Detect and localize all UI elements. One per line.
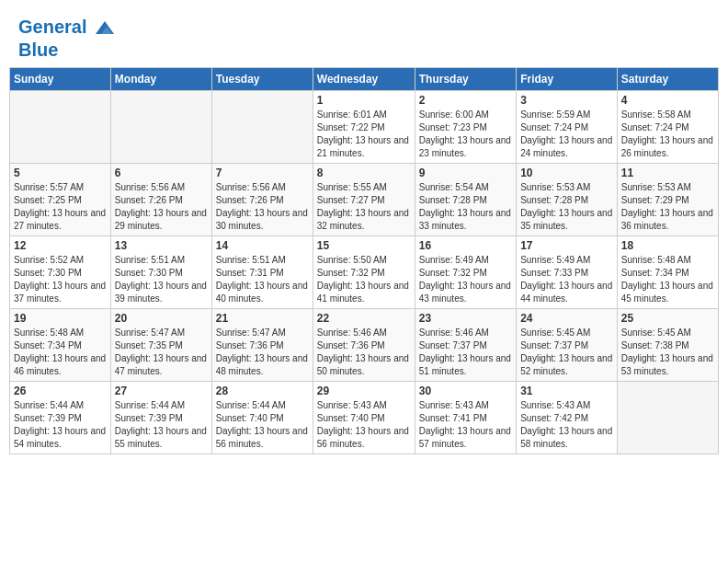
day-number: 30 <box>419 385 512 397</box>
calendar-cell: 14Sunrise: 5:51 AM Sunset: 7:31 PM Dayli… <box>211 236 313 308</box>
calendar-cell: 11Sunrise: 5:53 AM Sunset: 7:29 PM Dayli… <box>617 163 718 236</box>
day-info: Sunrise: 5:49 AM Sunset: 7:32 PM Dayligh… <box>419 254 512 305</box>
page-header: General Blue <box>9 9 719 63</box>
day-number: 5 <box>14 167 107 179</box>
weekday-header-wednesday: Wednesday <box>313 67 415 90</box>
calendar-cell: 1Sunrise: 6:01 AM Sunset: 7:22 PM Daylig… <box>313 90 415 163</box>
day-info: Sunrise: 5:45 AM Sunset: 7:37 PM Dayligh… <box>520 327 613 378</box>
calendar-cell: 23Sunrise: 5:46 AM Sunset: 7:37 PM Dayli… <box>415 308 516 381</box>
logo-text: General <box>18 17 116 40</box>
logo: General Blue <box>18 17 116 60</box>
day-info: Sunrise: 5:50 AM Sunset: 7:32 PM Dayligh… <box>317 254 411 305</box>
calendar-cell: 2Sunrise: 6:00 AM Sunset: 7:23 PM Daylig… <box>415 90 516 163</box>
day-number: 31 <box>520 385 613 397</box>
calendar-cell: 28Sunrise: 5:44 AM Sunset: 7:40 PM Dayli… <box>211 381 313 454</box>
day-number: 3 <box>520 94 613 107</box>
day-number: 6 <box>115 167 208 179</box>
day-info: Sunrise: 5:51 AM Sunset: 7:30 PM Dayligh… <box>115 254 208 305</box>
calendar-cell: 8Sunrise: 5:55 AM Sunset: 7:27 PM Daylig… <box>313 163 415 236</box>
day-number: 4 <box>621 94 714 107</box>
day-info: Sunrise: 5:43 AM Sunset: 7:40 PM Dayligh… <box>317 399 411 451</box>
weekday-header-thursday: Thursday <box>415 67 516 90</box>
calendar-cell: 9Sunrise: 5:54 AM Sunset: 7:28 PM Daylig… <box>415 163 516 236</box>
day-info: Sunrise: 5:44 AM Sunset: 7:39 PM Dayligh… <box>14 399 107 451</box>
day-number: 29 <box>317 385 411 397</box>
day-info: Sunrise: 5:44 AM Sunset: 7:39 PM Dayligh… <box>115 399 208 451</box>
calendar-cell: 13Sunrise: 5:51 AM Sunset: 7:30 PM Dayli… <box>110 236 211 308</box>
calendar-cell: 6Sunrise: 5:56 AM Sunset: 7:26 PM Daylig… <box>110 163 211 236</box>
calendar-cell: 10Sunrise: 5:53 AM Sunset: 7:28 PM Dayli… <box>517 163 618 236</box>
day-number: 19 <box>14 312 107 325</box>
day-number: 27 <box>115 385 208 397</box>
day-info: Sunrise: 5:44 AM Sunset: 7:40 PM Dayligh… <box>216 399 309 451</box>
day-number: 25 <box>621 312 714 325</box>
calendar-cell: 3Sunrise: 5:59 AM Sunset: 7:24 PM Daylig… <box>517 90 618 163</box>
weekday-header-tuesday: Tuesday <box>211 67 313 90</box>
day-number: 8 <box>317 167 411 179</box>
weekday-header-sunday: Sunday <box>10 67 111 90</box>
calendar-week-3: 12Sunrise: 5:52 AM Sunset: 7:30 PM Dayli… <box>10 236 719 308</box>
day-info: Sunrise: 5:45 AM Sunset: 7:38 PM Dayligh… <box>621 327 714 378</box>
day-number: 26 <box>14 385 107 397</box>
day-number: 11 <box>621 167 714 179</box>
day-number: 2 <box>419 94 512 107</box>
day-info: Sunrise: 5:53 AM Sunset: 7:29 PM Dayligh… <box>621 181 714 233</box>
day-info: Sunrise: 5:43 AM Sunset: 7:41 PM Dayligh… <box>419 399 512 451</box>
day-number: 9 <box>419 167 512 179</box>
calendar-cell: 16Sunrise: 5:49 AM Sunset: 7:32 PM Dayli… <box>415 236 516 308</box>
calendar-cell <box>10 90 111 163</box>
day-number: 12 <box>14 239 107 252</box>
day-number: 17 <box>520 239 613 252</box>
calendar-cell <box>617 381 718 454</box>
day-number: 24 <box>520 312 613 325</box>
day-info: Sunrise: 5:48 AM Sunset: 7:34 PM Dayligh… <box>14 327 107 378</box>
calendar-cell: 25Sunrise: 5:45 AM Sunset: 7:38 PM Dayli… <box>617 308 718 381</box>
calendar-cell: 22Sunrise: 5:46 AM Sunset: 7:36 PM Dayli… <box>313 308 415 381</box>
calendar-cell: 30Sunrise: 5:43 AM Sunset: 7:41 PM Dayli… <box>415 381 516 454</box>
day-info: Sunrise: 5:53 AM Sunset: 7:28 PM Dayligh… <box>520 181 613 233</box>
calendar-cell: 29Sunrise: 5:43 AM Sunset: 7:40 PM Dayli… <box>313 381 415 454</box>
calendar-cell: 19Sunrise: 5:48 AM Sunset: 7:34 PM Dayli… <box>10 308 111 381</box>
day-info: Sunrise: 5:51 AM Sunset: 7:31 PM Dayligh… <box>216 254 309 305</box>
day-info: Sunrise: 6:01 AM Sunset: 7:22 PM Dayligh… <box>317 109 411 160</box>
day-info: Sunrise: 5:43 AM Sunset: 7:42 PM Dayligh… <box>520 399 613 451</box>
weekday-header-saturday: Saturday <box>617 67 718 90</box>
day-info: Sunrise: 5:58 AM Sunset: 7:24 PM Dayligh… <box>621 109 714 160</box>
day-number: 28 <box>216 385 309 397</box>
day-number: 7 <box>216 167 309 179</box>
day-number: 22 <box>317 312 411 325</box>
calendar-cell: 24Sunrise: 5:45 AM Sunset: 7:37 PM Dayli… <box>517 308 618 381</box>
calendar-cell: 26Sunrise: 5:44 AM Sunset: 7:39 PM Dayli… <box>10 381 111 454</box>
weekday-header-monday: Monday <box>110 67 211 90</box>
calendar-cell: 20Sunrise: 5:47 AM Sunset: 7:35 PM Dayli… <box>110 308 211 381</box>
day-info: Sunrise: 5:47 AM Sunset: 7:36 PM Dayligh… <box>216 327 309 378</box>
calendar-cell: 12Sunrise: 5:52 AM Sunset: 7:30 PM Dayli… <box>10 236 111 308</box>
day-number: 23 <box>419 312 512 325</box>
day-info: Sunrise: 5:56 AM Sunset: 7:26 PM Dayligh… <box>115 181 208 233</box>
day-info: Sunrise: 5:46 AM Sunset: 7:36 PM Dayligh… <box>317 327 411 378</box>
day-number: 15 <box>317 239 411 252</box>
calendar-cell: 31Sunrise: 5:43 AM Sunset: 7:42 PM Dayli… <box>517 381 618 454</box>
calendar-week-5: 26Sunrise: 5:44 AM Sunset: 7:39 PM Dayli… <box>10 381 719 454</box>
day-number: 20 <box>115 312 208 325</box>
day-info: Sunrise: 5:54 AM Sunset: 7:28 PM Dayligh… <box>419 181 512 233</box>
calendar-cell: 21Sunrise: 5:47 AM Sunset: 7:36 PM Dayli… <box>211 308 313 381</box>
day-number: 21 <box>216 312 309 325</box>
day-info: Sunrise: 5:57 AM Sunset: 7:25 PM Dayligh… <box>14 181 107 233</box>
calendar-table: SundayMondayTuesdayWednesdayThursdayFrid… <box>9 67 719 454</box>
day-number: 1 <box>317 94 411 107</box>
day-number: 10 <box>520 167 613 179</box>
logo-text2: Blue <box>18 40 116 60</box>
calendar-cell <box>211 90 313 163</box>
calendar-week-2: 5Sunrise: 5:57 AM Sunset: 7:25 PM Daylig… <box>10 163 719 236</box>
day-info: Sunrise: 5:56 AM Sunset: 7:26 PM Dayligh… <box>216 181 309 233</box>
calendar-cell: 15Sunrise: 5:50 AM Sunset: 7:32 PM Dayli… <box>313 236 415 308</box>
calendar-cell: 4Sunrise: 5:58 AM Sunset: 7:24 PM Daylig… <box>617 90 718 163</box>
calendar-cell: 5Sunrise: 5:57 AM Sunset: 7:25 PM Daylig… <box>10 163 111 236</box>
calendar-week-1: 1Sunrise: 6:01 AM Sunset: 7:22 PM Daylig… <box>10 90 719 163</box>
day-number: 16 <box>419 239 512 252</box>
calendar-cell: 17Sunrise: 5:49 AM Sunset: 7:33 PM Dayli… <box>517 236 618 308</box>
day-info: Sunrise: 5:59 AM Sunset: 7:24 PM Dayligh… <box>520 109 613 160</box>
day-info: Sunrise: 5:52 AM Sunset: 7:30 PM Dayligh… <box>14 254 107 305</box>
calendar-cell: 7Sunrise: 5:56 AM Sunset: 7:26 PM Daylig… <box>211 163 313 236</box>
